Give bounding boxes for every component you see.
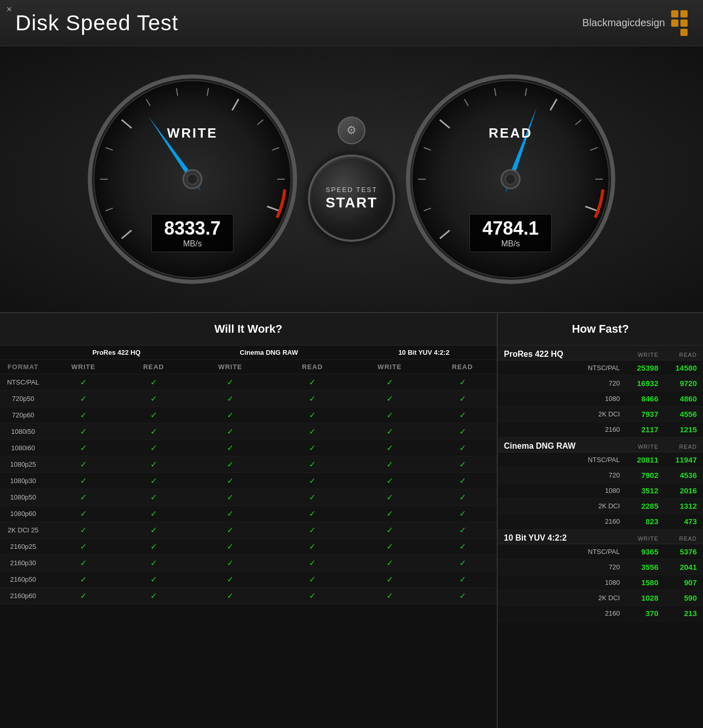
check-cell: ✓ (274, 539, 351, 555)
settings-button[interactable]: ⚙ (338, 117, 365, 144)
check-cell: ✓ (121, 391, 187, 407)
check-cell: ✓ (351, 506, 428, 522)
check-cell: ✓ (274, 374, 351, 391)
read-value-box: 4784.1 MB/s (470, 214, 552, 252)
hf-data-row: 2K DCI1028590 (498, 590, 703, 606)
checkmark-icon: ✓ (309, 493, 316, 502)
start-button[interactable]: SPEED TEST START (308, 155, 395, 242)
check-cell: ✓ (351, 571, 428, 588)
hf-values: 370213 (630, 609, 697, 618)
checkmark-icon: ✓ (150, 460, 157, 469)
hf-values: 2081111947 (630, 455, 697, 464)
hf-values: 79374556 (630, 410, 697, 418)
checkmark-icon: ✓ (386, 411, 393, 419)
format-cell: 2160p60 (0, 588, 46, 604)
checkmark-icon: ✓ (309, 460, 316, 469)
check-cell: ✓ (187, 407, 274, 424)
hf-write-value: 1028 (630, 593, 658, 602)
hf-write-value: 2117 (630, 425, 658, 434)
checkmark-icon: ✓ (80, 575, 87, 584)
hf-category-name: ProRes 422 HQ (504, 350, 563, 359)
checkmark-icon: ✓ (309, 591, 316, 600)
table-row: 720p60✓✓✓✓✓✓ (0, 407, 497, 424)
check-cell: ✓ (274, 440, 351, 456)
table-row: 1080p25✓✓✓✓✓✓ (0, 456, 497, 473)
check-cell: ✓ (274, 391, 351, 407)
check-cell: ✓ (46, 555, 121, 571)
brand-name: Blackmagicdesign (582, 17, 665, 29)
hf-write-value: 20811 (630, 455, 658, 464)
brand-dot (671, 29, 678, 36)
checkmark-icon: ✓ (459, 575, 466, 584)
checkmark-icon: ✓ (150, 575, 157, 584)
how-fast-section: How Fast? ProRes 422 HQWRITEREADNTSC/PAL… (498, 313, 703, 728)
check-cell: ✓ (428, 571, 497, 588)
checkmark-icon: ✓ (459, 559, 466, 567)
hf-write-value: 2285 (630, 502, 658, 510)
hf-sub-header-label: WRITE (638, 444, 658, 450)
format-cell: 2K DCI 25 (0, 522, 46, 539)
checkmark-icon: ✓ (459, 444, 466, 452)
format-cell: 1080p50 (0, 489, 46, 506)
hf-data-row: 72079024536 (498, 468, 703, 483)
check-cell: ✓ (121, 456, 187, 473)
check-cell: ✓ (428, 588, 497, 604)
hf-sub-headers: WRITEREAD (638, 444, 697, 450)
checkmark-icon: ✓ (150, 411, 157, 419)
check-cell: ✓ (274, 489, 351, 506)
checkmark-icon: ✓ (459, 509, 466, 518)
checkmark-icon: ✓ (309, 378, 316, 387)
hf-row-label: 1080 (504, 487, 630, 494)
check-cell: ✓ (187, 522, 274, 539)
check-cell: ✓ (428, 407, 497, 424)
check-cell: ✓ (351, 539, 428, 555)
hf-data-row: 2K DCI79374556 (498, 407, 703, 422)
table-row: 1080i50✓✓✓✓✓✓ (0, 424, 497, 440)
check-cell: ✓ (121, 588, 187, 604)
check-cell: ✓ (351, 374, 428, 391)
hf-values: 35122016 (630, 486, 697, 495)
checkmark-icon: ✓ (227, 427, 233, 436)
brand-dot-row-top (671, 10, 688, 17)
format-cell: 1080i50 (0, 424, 46, 440)
checkmark-icon: ✓ (80, 509, 87, 518)
table-row: NTSC/PAL✓✓✓✓✓✓ (0, 374, 497, 391)
checkmark-icon: ✓ (459, 476, 466, 485)
hf-values: 2539814580 (630, 363, 697, 372)
hf-values: 93655376 (630, 547, 697, 556)
speed-test-label: SPEED TEST (326, 186, 378, 194)
check-cell: ✓ (121, 407, 187, 424)
check-cell: ✓ (187, 571, 274, 588)
check-cell: ✓ (187, 440, 274, 456)
checkmark-icon: ✓ (80, 378, 87, 387)
checkmark-icon: ✓ (309, 411, 316, 419)
format-cell: 1080p25 (0, 456, 46, 473)
check-cell: ✓ (46, 391, 121, 407)
check-cell: ✓ (46, 374, 121, 391)
checkmark-icon: ✓ (80, 444, 87, 452)
checkmark-icon: ✓ (309, 575, 316, 584)
prores-write-sub: WRITE (46, 360, 121, 374)
checkmark-icon: ✓ (459, 542, 466, 551)
close-button[interactable]: ✕ (4, 4, 14, 14)
checkmark-icon: ✓ (80, 411, 87, 419)
check-cell: ✓ (46, 489, 121, 506)
read-unit: MB/s (480, 239, 541, 248)
checkmark-icon: ✓ (150, 559, 157, 567)
hf-sub-headers: WRITEREAD (638, 352, 697, 358)
hf-sub-header-label: WRITE (638, 535, 658, 542)
checkmark-icon: ✓ (386, 427, 393, 436)
hf-data-row: 108035122016 (498, 483, 703, 499)
checkmark-icon: ✓ (227, 591, 233, 600)
check-cell: ✓ (274, 522, 351, 539)
check-cell: ✓ (428, 391, 497, 407)
data-area: Will It Work? ProRes 422 HQ Cinema DNG R… (0, 313, 703, 728)
checkmark-icon: ✓ (150, 542, 157, 551)
read-label: READ (489, 125, 533, 141)
checkmark-icon: ✓ (309, 559, 316, 567)
hf-row-label: 720 (504, 379, 630, 387)
check-cell: ✓ (428, 539, 497, 555)
check-cell: ✓ (121, 424, 187, 440)
check-cell: ✓ (46, 407, 121, 424)
checkmark-icon: ✓ (227, 411, 233, 419)
